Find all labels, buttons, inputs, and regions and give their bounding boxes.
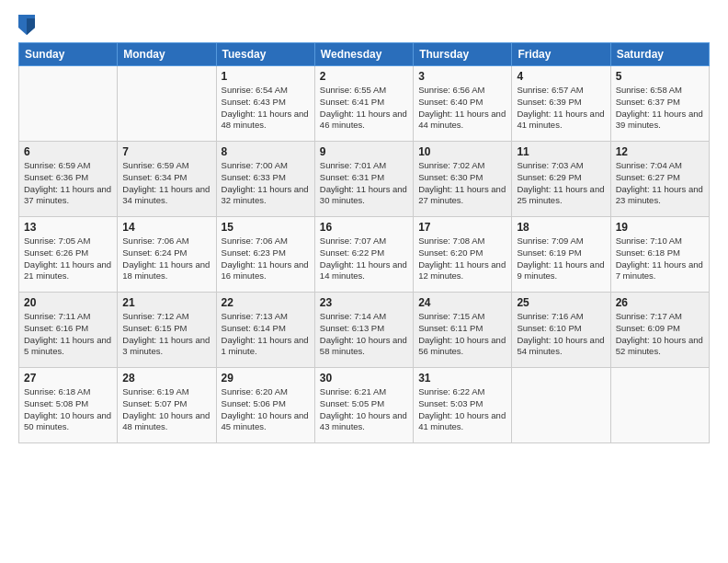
day-cell: [610, 368, 709, 443]
day-info: Sunrise: 7:05 AM Sunset: 6:26 PM Dayligh…: [24, 236, 112, 282]
day-cell: 16Sunrise: 7:07 AM Sunset: 6:22 PM Dayli…: [314, 217, 413, 293]
day-number: 7: [122, 145, 210, 158]
header-cell-monday: Monday: [118, 43, 216, 66]
day-info: Sunrise: 7:07 AM Sunset: 6:22 PM Dayligh…: [320, 236, 408, 282]
day-info: Sunrise: 6:57 AM Sunset: 6:39 PM Dayligh…: [517, 85, 605, 132]
week-row: 27Sunrise: 6:18 AM Sunset: 5:08 PM Dayli…: [19, 368, 710, 443]
day-info: Sunrise: 7:00 AM Sunset: 6:33 PM Dayligh…: [222, 160, 310, 207]
day-cell: 29Sunrise: 6:20 AM Sunset: 5:06 PM Dayli…: [216, 368, 314, 443]
day-number: 24: [418, 296, 506, 309]
day-cell: [118, 66, 216, 142]
day-info: Sunrise: 7:04 AM Sunset: 6:27 PM Dayligh…: [616, 160, 704, 207]
day-cell: 23Sunrise: 7:14 AM Sunset: 6:13 PM Dayli…: [314, 293, 413, 368]
day-info: Sunrise: 7:14 AM Sunset: 6:13 PM Dayligh…: [320, 311, 408, 358]
day-cell: 18Sunrise: 7:09 AM Sunset: 6:19 PM Dayli…: [512, 217, 610, 293]
day-cell: 19Sunrise: 7:10 AM Sunset: 6:18 PM Dayli…: [610, 217, 709, 293]
day-cell: 31Sunrise: 6:22 AM Sunset: 5:03 PM Dayli…: [414, 368, 512, 443]
day-cell: 11Sunrise: 7:03 AM Sunset: 6:29 PM Dayli…: [512, 142, 610, 217]
day-cell: [19, 66, 118, 142]
day-info: Sunrise: 6:59 AM Sunset: 6:34 PM Dayligh…: [122, 160, 210, 207]
day-number: 6: [24, 145, 112, 158]
day-cell: 3Sunrise: 6:56 AM Sunset: 6:40 PM Daylig…: [414, 66, 512, 142]
day-number: 23: [320, 296, 408, 309]
day-cell: 7Sunrise: 6:59 AM Sunset: 6:34 PM Daylig…: [118, 142, 216, 217]
day-number: 8: [222, 145, 310, 158]
day-number: 16: [320, 221, 408, 234]
day-number: 11: [517, 145, 605, 158]
day-cell: 13Sunrise: 7:05 AM Sunset: 6:26 PM Dayli…: [19, 217, 118, 293]
day-cell: 6Sunrise: 6:59 AM Sunset: 6:36 PM Daylig…: [19, 142, 118, 217]
day-cell: 5Sunrise: 6:58 AM Sunset: 6:37 PM Daylig…: [610, 66, 709, 142]
day-info: Sunrise: 7:09 AM Sunset: 6:19 PM Dayligh…: [517, 236, 605, 282]
day-cell: 30Sunrise: 6:21 AM Sunset: 5:05 PM Dayli…: [314, 368, 413, 443]
logo-text: [18, 15, 37, 35]
day-info: Sunrise: 7:11 AM Sunset: 6:16 PM Dayligh…: [24, 311, 112, 358]
day-number: 21: [122, 296, 210, 309]
day-info: Sunrise: 6:20 AM Sunset: 5:06 PM Dayligh…: [222, 386, 310, 433]
day-number: 4: [517, 70, 605, 83]
day-info: Sunrise: 7:01 AM Sunset: 6:31 PM Dayligh…: [320, 160, 408, 207]
day-cell: 15Sunrise: 7:06 AM Sunset: 6:23 PM Dayli…: [216, 217, 314, 293]
logo-icon: [18, 15, 35, 35]
week-row: 6Sunrise: 6:59 AM Sunset: 6:36 PM Daylig…: [19, 142, 710, 217]
day-info: Sunrise: 7:17 AM Sunset: 6:09 PM Dayligh…: [616, 311, 704, 358]
day-number: 22: [222, 296, 310, 309]
week-row: 1Sunrise: 6:54 AM Sunset: 6:43 PM Daylig…: [19, 66, 710, 142]
day-number: 9: [320, 145, 408, 158]
day-cell: 2Sunrise: 6:55 AM Sunset: 6:41 PM Daylig…: [314, 66, 413, 142]
week-row: 20Sunrise: 7:11 AM Sunset: 6:16 PM Dayli…: [19, 293, 710, 368]
day-number: 14: [122, 221, 210, 234]
day-info: Sunrise: 6:59 AM Sunset: 6:36 PM Dayligh…: [24, 160, 112, 207]
header-cell-saturday: Saturday: [610, 43, 709, 66]
day-number: 31: [418, 372, 506, 385]
page: SundayMondayTuesdayWednesdayThursdayFrid…: [0, 0, 728, 563]
week-row: 13Sunrise: 7:05 AM Sunset: 6:26 PM Dayli…: [19, 217, 710, 293]
day-number: 2: [320, 70, 408, 83]
day-cell: 9Sunrise: 7:01 AM Sunset: 6:31 PM Daylig…: [314, 142, 413, 217]
day-number: 5: [616, 70, 704, 83]
day-number: 10: [418, 145, 506, 158]
day-number: 27: [24, 372, 112, 385]
header-cell-sunday: Sunday: [19, 43, 118, 66]
logo: [18, 15, 37, 35]
day-cell: 1Sunrise: 6:54 AM Sunset: 6:43 PM Daylig…: [216, 66, 314, 142]
day-info: Sunrise: 7:13 AM Sunset: 6:14 PM Dayligh…: [222, 311, 310, 358]
header-cell-wednesday: Wednesday: [314, 43, 413, 66]
day-info: Sunrise: 6:54 AM Sunset: 6:43 PM Dayligh…: [222, 85, 310, 132]
day-info: Sunrise: 6:58 AM Sunset: 6:37 PM Dayligh…: [616, 85, 704, 132]
header: [18, 15, 710, 35]
day-info: Sunrise: 6:18 AM Sunset: 5:08 PM Dayligh…: [24, 386, 112, 433]
header-cell-tuesday: Tuesday: [216, 43, 314, 66]
calendar-header: SundayMondayTuesdayWednesdayThursdayFrid…: [19, 43, 710, 66]
day-info: Sunrise: 7:12 AM Sunset: 6:15 PM Dayligh…: [122, 311, 210, 358]
day-number: 26: [616, 296, 704, 309]
day-number: 25: [517, 296, 605, 309]
day-info: Sunrise: 6:55 AM Sunset: 6:41 PM Dayligh…: [320, 85, 408, 132]
day-info: Sunrise: 7:08 AM Sunset: 6:20 PM Dayligh…: [418, 236, 506, 282]
day-number: 29: [222, 372, 310, 385]
day-number: 13: [24, 221, 112, 234]
day-number: 19: [616, 221, 704, 234]
day-number: 3: [418, 70, 506, 83]
day-number: 30: [320, 372, 408, 385]
day-cell: 4Sunrise: 6:57 AM Sunset: 6:39 PM Daylig…: [512, 66, 610, 142]
day-info: Sunrise: 6:19 AM Sunset: 5:07 PM Dayligh…: [122, 386, 210, 433]
day-number: 12: [616, 145, 704, 158]
day-info: Sunrise: 7:15 AM Sunset: 6:11 PM Dayligh…: [418, 311, 506, 358]
day-number: 18: [517, 221, 605, 234]
day-number: 1: [222, 70, 310, 83]
day-info: Sunrise: 7:06 AM Sunset: 6:24 PM Dayligh…: [122, 236, 210, 282]
day-number: 15: [222, 221, 310, 234]
day-cell: 25Sunrise: 7:16 AM Sunset: 6:10 PM Dayli…: [512, 293, 610, 368]
day-cell: 8Sunrise: 7:00 AM Sunset: 6:33 PM Daylig…: [216, 142, 314, 217]
day-cell: 21Sunrise: 7:12 AM Sunset: 6:15 PM Dayli…: [118, 293, 216, 368]
day-info: Sunrise: 7:06 AM Sunset: 6:23 PM Dayligh…: [222, 236, 310, 282]
header-cell-thursday: Thursday: [414, 43, 512, 66]
day-number: 20: [24, 296, 112, 309]
day-info: Sunrise: 7:10 AM Sunset: 6:18 PM Dayligh…: [616, 236, 704, 282]
calendar: SundayMondayTuesdayWednesdayThursdayFrid…: [18, 42, 710, 443]
day-cell: 27Sunrise: 6:18 AM Sunset: 5:08 PM Dayli…: [19, 368, 118, 443]
day-cell: 24Sunrise: 7:15 AM Sunset: 6:11 PM Dayli…: [414, 293, 512, 368]
day-info: Sunrise: 7:16 AM Sunset: 6:10 PM Dayligh…: [517, 311, 605, 358]
day-cell: 14Sunrise: 7:06 AM Sunset: 6:24 PM Dayli…: [118, 217, 216, 293]
